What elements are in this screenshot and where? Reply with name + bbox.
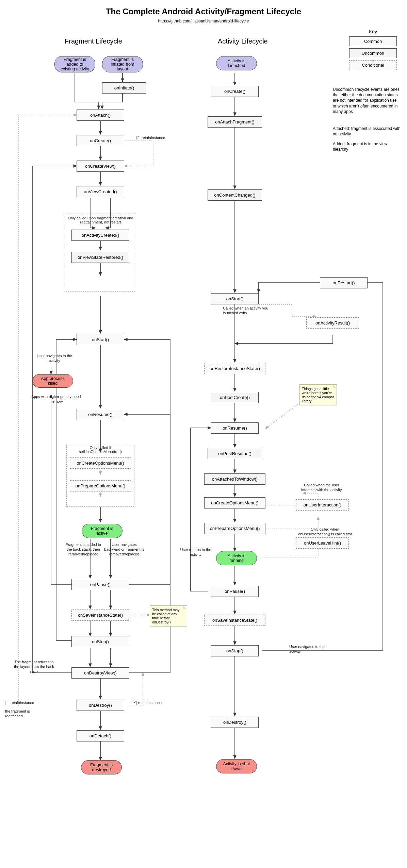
activity-onresume: onResume() [211,422,259,434]
activity-shutdown: Activity is shut down [216,759,257,773]
fragment-onattach: onAttach() [77,110,124,121]
fragment-ondestroy: onDestroy() [77,700,124,711]
fragment-user-nav: User navigates to the activity [32,354,77,363]
retain-ck-top: retainInstance [136,136,165,140]
activity-ondestroy: onDestroy() [211,717,259,728]
activity-onstart: onStart() [211,293,259,304]
fragment-start-inflated: Fragment is inflated from layout [102,56,143,72]
activity-user-interacts: Called when the user interacts with the … [299,483,344,493]
fragment-onstart: onStart() [77,334,124,345]
fragment-save-note: This method may be called at any time be… [150,605,187,627]
fragment-onviewstaterestored: onViewStateRestored() [71,252,129,263]
activity-onuserleavehint: onUserLeaveHint() [296,537,349,549]
fragment-oninflate: onInflate() [102,82,146,94]
fragment-high-priority: Apps with higher priority need memory [29,395,83,404]
fragment-ondetach: onDetach() [77,730,124,741]
fragment-creation-label: Only called upon fragment creation and r… [67,216,134,224]
fragment-options-label: Only called if setHasOptionsMenu(true) [75,446,126,454]
activity-onpostcreate: onPostCreate() [211,392,259,403]
fragment-onprepareoptions: onPrepareOptionsMenu() [70,480,131,491]
fragment-reattached: the fragment is reattached [5,709,43,719]
activity-onpostresume: onPostResume() [208,448,262,459]
activity-leavehint-label: Only called when onUserInteraction() is … [296,527,354,537]
fragment-onpause: onPause() [71,579,129,590]
activity-exit-note: Called when an activity you launched exi… [223,306,274,316]
fragment-oncreateoptions: onCreateOptionsMenu() [70,457,131,469]
fragment-ondestroyview: onDestroyView() [71,667,129,679]
fragment-start-added: Fragment is added to existing activity [54,56,95,72]
activity-user-nav-away: User navigates to the activity [289,645,333,654]
activity-user-returns: User returns to the activity [179,548,213,557]
activity-onattachedwindow: onAttachedToWindow() [204,473,265,485]
fragment-onstop: onStop() [71,636,129,647]
activity-onrestoreinstance: onRestoreInstanceState() [204,363,265,374]
activity-oncreate: onCreate() [211,86,259,97]
fragment-onsaveinstance: onSaveInstanceState() [71,610,129,621]
activity-user-interaction: onUserInteraction() [296,499,349,511]
activity-launched: Activity is launched [216,56,257,70]
retain-ck-left: retainInstance [5,701,34,705]
fragment-user-backnav: User navigates backward or fragment is r… [104,542,145,556]
fragment-onactivitycreated: onActivityCreated() [71,230,129,241]
fragment-oncreateview: onCreateView() [77,161,124,172]
activity-oncreateoptions: onCreateOptionsMenu() [204,497,265,508]
fragment-onresume: onResume() [77,409,124,420]
activity-onprepareoptions: onPrepareOptionsMenu() [204,523,265,534]
activity-oncontentchanged: onContentChanged() [208,189,262,201]
activity-running: Activity is running [216,551,257,565]
lifecycle-diagram: The Complete Android Activity/Fragment L… [0,0,407,868]
fragment-return-layout: The fragment returns to the layout from … [14,660,54,674]
fragment-added-back: Fragment is added to the back stack, the… [63,542,104,556]
activity-onpause: onPause() [211,586,259,597]
fragment-destroyed: Fragment is destroyed [81,760,122,774]
activity-onsaveinstance: onSaveInstanceState() [204,615,265,626]
activity-onattachfragment: onAttachFragment() [208,116,262,128]
fragment-active: Fragment is active [82,524,123,538]
fragment-oncreate: onCreate() [77,135,124,146]
activity-onstop: onStop() [211,645,259,656]
edges-svg [0,0,407,868]
activity-onactivityresult: onActivityResult() [306,317,359,329]
activity-onrestart: onRestart() [320,277,368,288]
activity-weird-note: Things get a little weird here if you're… [299,384,337,405]
retain-ck-bottom: retainInstance [133,701,162,705]
app-killed: App process killed [32,374,73,388]
fragment-onviewcreated: onViewCreated() [77,186,124,197]
